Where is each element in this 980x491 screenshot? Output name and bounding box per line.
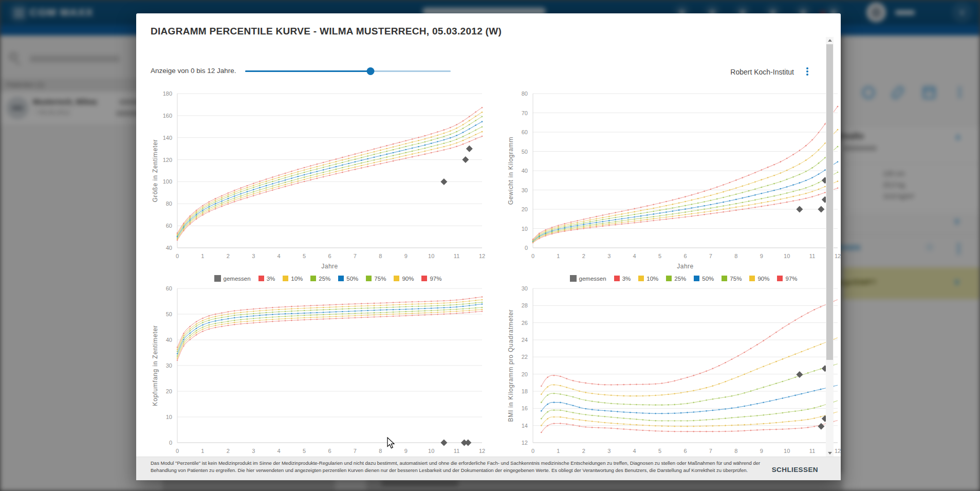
series-dot [750,371,752,373]
scrollbar-thumb[interactable] [826,44,833,360]
series-dot [336,308,337,310]
series-dot [323,176,324,178]
legend-label: 25% [319,276,330,282]
x-axis-title: Jahre [677,263,694,270]
series-dot [342,157,343,158]
series-dot [672,199,673,201]
scroll-down-icon[interactable] [826,450,834,457]
series-dot [611,428,612,429]
slider-thumb[interactable] [367,67,375,75]
series-dot [399,159,400,160]
legend-label: 97% [785,276,797,282]
legend-label: 90% [757,276,769,282]
legend-item: 97% [421,276,441,282]
series-dot [642,395,644,397]
series-dot [361,157,362,158]
series-dot [731,359,733,360]
series-dot [634,214,635,215]
close-button[interactable]: SCHLIESSEN [768,463,822,477]
legend-label: 90% [402,276,414,282]
legend-item: 75% [366,276,386,282]
series-dot [329,170,330,172]
measured-point [462,156,469,163]
series-dot [792,167,794,168]
series-dot [706,425,707,427]
series-dot [221,322,223,323]
y-axis-title: BMI in Kilogramm pro Quadratmeter [507,309,514,422]
chart-options-kebab-icon[interactable] [804,66,811,78]
series-dot [228,200,229,202]
series-dot [456,131,457,133]
series-dot [202,213,204,214]
series-dot [177,349,178,350]
series-dot [240,195,242,197]
series-dot [820,368,822,370]
series-dot [316,312,318,314]
series-dot [786,179,788,180]
series-dot [560,385,561,387]
measured-point [465,440,471,446]
series-dot [437,300,438,302]
series-dot [737,355,739,357]
series-dot [646,212,648,213]
series-dot [748,184,750,185]
series-dot [405,140,406,141]
series-dot [737,430,739,432]
series-dot [718,418,720,420]
x-tick-label: 1 [201,448,204,454]
series-line-25% [177,127,482,238]
series-dot [807,349,809,350]
series-dot [266,310,267,311]
series-dot [342,304,343,305]
series-dot [805,187,807,189]
series-dot [278,186,280,187]
series-dot [801,427,803,429]
series-dot [731,417,733,419]
series-dot [837,106,839,107]
series-dot [323,316,324,318]
series-dot [208,318,210,319]
series-dot [304,315,305,316]
x-tick-label: 0 [531,253,534,259]
series-dot [541,418,542,420]
series-dot [297,183,299,184]
series-dot [437,141,438,142]
series-dot [725,408,726,410]
series-dot [811,196,813,197]
series-dot [348,168,349,170]
series-dot [215,205,216,207]
series-dot [291,318,292,319]
series-dot [482,311,483,312]
series-dot [316,175,318,177]
modal-scrollbar[interactable] [826,37,834,457]
series-dot [756,344,758,345]
age-range-slider[interactable] [245,67,451,75]
series-dot [665,201,667,203]
series-dot [208,208,210,209]
series-dot [735,199,737,201]
series-dot [329,165,330,167]
series-dot [558,229,559,230]
series-dot [649,420,650,421]
series-dot [297,315,299,317]
series-dot [405,313,406,315]
series-dot [418,143,419,144]
series-dot [424,310,426,312]
series-dot [278,314,280,315]
series-dot [463,312,464,314]
series-dot [786,197,788,199]
series-dot [680,426,682,427]
dialog-title: DIAGRAMM PERCENTILE KURVE - WILMA MUSTER… [151,26,502,37]
series-dot [355,169,356,170]
series-dot [431,307,432,309]
series-dot [380,305,381,306]
series-dot [278,311,280,313]
series-line-25% [533,172,838,242]
series-dot [792,176,794,178]
scroll-up-icon[interactable] [826,37,834,44]
series-dot [469,308,470,310]
series-dot [801,420,803,421]
series-dot [596,220,597,222]
series-dot [323,309,324,311]
series-dot [615,212,616,213]
